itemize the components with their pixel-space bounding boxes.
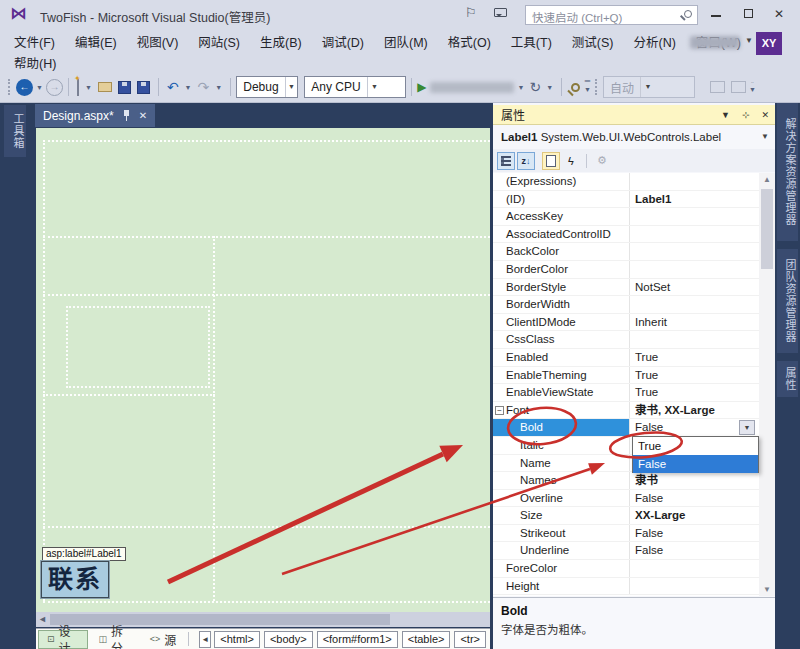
events-button[interactable]: ϟ [562,152,580,170]
property-row[interactable]: ForeColor [493,560,759,578]
property-value[interactable]: False [630,542,759,559]
browser-caret-icon[interactable]: ▼ [517,84,524,91]
undo-button[interactable]: ↶ [167,79,179,95]
breadcrumb-tag[interactable]: <body> [264,631,313,648]
property-value[interactable]: True [630,384,759,401]
collapse-expander-icon[interactable]: − [495,406,504,415]
menu-item[interactable]: 格式(O) [438,32,501,51]
design-surface[interactable]: asp:label#Label1 联系 [36,128,490,615]
sidebar-tab-team-explorer[interactable]: 团队资源管理器 [777,249,798,353]
scrollbar-thumb[interactable] [761,189,773,269]
close-icon[interactable]: ✕ [755,110,775,120]
selected-object-combo[interactable]: Label1 System.Web.UI.WebControls.Label ▼ [493,127,775,147]
start-debug-button[interactable]: ▶ [417,80,426,94]
notifications-flag-icon[interactable]: ⚐ [465,5,477,20]
property-row[interactable]: UnderlineFalse [493,542,759,560]
property-value[interactable] [630,578,759,595]
sidebar-tab-solution-explorer[interactable]: 解决方案资源管理器 [777,103,798,241]
maximize-button[interactable] [735,4,761,24]
view-tab-design[interactable]: ⊡设计 [38,630,88,649]
new-file-caret-icon[interactable]: ▼ [85,84,92,91]
find-in-files-icon[interactable] [571,83,580,92]
property-value[interactable]: True [630,367,759,384]
property-value[interactable] [630,296,759,313]
property-row[interactable]: OverlineFalse [493,490,759,508]
properties-view-button[interactable] [542,152,560,170]
property-value[interactable]: XX-Large [630,507,759,524]
vertical-scrollbar[interactable]: ▲ ▼ [759,173,775,596]
property-value[interactable]: Inherit [630,314,759,331]
property-value[interactable] [630,243,759,260]
breadcrumb-tag[interactable]: <html> [214,631,260,648]
menu-item[interactable]: 生成(B) [250,32,312,51]
bold-value-dropdown[interactable]: TrueFalse [632,436,759,473]
property-value[interactable]: False [630,490,759,507]
browser-target-blurred[interactable] [430,82,514,93]
property-row[interactable]: BorderColor [493,261,759,279]
property-row[interactable]: EnableThemingTrue [493,367,759,385]
toolbar-grip[interactable] [595,79,599,95]
menu-item[interactable]: 分析(N) [623,32,685,51]
menu-item[interactable]: 网站(S) [188,32,250,51]
menu-item[interactable]: 团队(M) [374,32,438,51]
property-row[interactable]: StrikeoutFalse [493,525,759,543]
undo-caret-icon[interactable]: ▼ [185,84,192,91]
menu-item[interactable]: 帮助(H) [4,53,66,72]
view-tab-source[interactable]: <>源 [142,630,185,649]
save-all-button[interactable] [137,81,150,94]
scroll-down-icon[interactable]: ▼ [759,585,775,594]
property-value[interactable] [630,560,759,577]
solution-platform-combo[interactable]: Any CPU▼ [304,76,406,98]
find-options-chevron-icon[interactable]: ▔▼ [584,82,591,92]
property-value[interactable] [630,331,759,348]
breadcrumb-tag[interactable]: <form#form1> [317,631,398,648]
menu-item[interactable]: 调试(D) [312,32,374,51]
toolbar-grip[interactable] [8,79,12,95]
breadcrumb-tag[interactable]: <tr> [454,631,486,648]
property-row[interactable]: Height [493,578,759,596]
property-value[interactable] [630,173,759,190]
property-row[interactable]: SizeXX-Large [493,507,759,525]
menu-item[interactable]: 文件(F) [4,32,65,51]
save-button[interactable] [118,81,131,94]
property-row[interactable]: ClientIDModeInherit [493,314,759,332]
scroll-up-icon[interactable]: ▲ [759,175,775,184]
sidebar-tab-toolbox[interactable]: 工具箱 [4,105,26,157]
property-row[interactable]: CssClass [493,331,759,349]
property-row[interactable]: −Font隶书, XX-Large [493,402,759,420]
property-value[interactable]: 隶书, XX-Large [630,402,759,419]
sidebar-tab-properties[interactable]: 属性 [777,361,798,397]
back-caret-icon[interactable]: ▼ [36,84,43,91]
property-row[interactable]: EnableViewStateTrue [493,384,759,402]
property-value[interactable]: True [630,349,759,366]
properties-header[interactable]: 属性 ▼ ⊹ ✕ [493,105,775,125]
property-row[interactable]: BorderStyleNotSet [493,279,759,297]
window-position-caret-icon[interactable]: ▼ [715,110,736,120]
menu-item[interactable]: 工具(T) [501,32,562,51]
breadcrumb-tag[interactable]: <table> [402,631,451,648]
pin-icon[interactable]: ⊹ [736,110,756,120]
property-row[interactable]: Names隶书 [493,472,759,490]
new-file-button[interactable] [77,80,79,95]
dropdown-option-false[interactable]: False [633,455,758,473]
chevron-down-icon[interactable]: ▼ [739,420,755,435]
close-button[interactable]: ✕ [766,4,792,24]
property-value[interactable] [630,208,759,225]
property-value[interactable]: 隶书 [630,472,759,489]
dropdown-option-true[interactable]: True [633,437,758,455]
property-grid[interactable]: (Expressions)(ID)Label1AccessKeyAssociat… [493,173,759,596]
chevron-down-icon[interactable]: ▼ [367,77,382,97]
minimize-button[interactable] [703,4,729,24]
property-row[interactable]: (ID)Label1 [493,191,759,209]
horizontal-scrollbar[interactable]: ◄ [36,612,490,627]
document-tab[interactable]: Design.aspx* ✕ [35,104,155,127]
navigate-back-button[interactable]: ← [16,79,33,96]
property-value[interactable] [630,226,759,243]
tab-close-icon[interactable]: ✕ [139,110,147,121]
property-row[interactable]: AssociatedControlID [493,226,759,244]
view-tab-split[interactable]: ◫拆分 [90,630,139,649]
property-row[interactable]: BorderWidth [493,296,759,314]
property-row[interactable]: BoldFalse▼ [493,419,759,437]
property-row[interactable]: (Expressions) [493,173,759,191]
menu-item[interactable]: 视图(V) [127,32,189,51]
